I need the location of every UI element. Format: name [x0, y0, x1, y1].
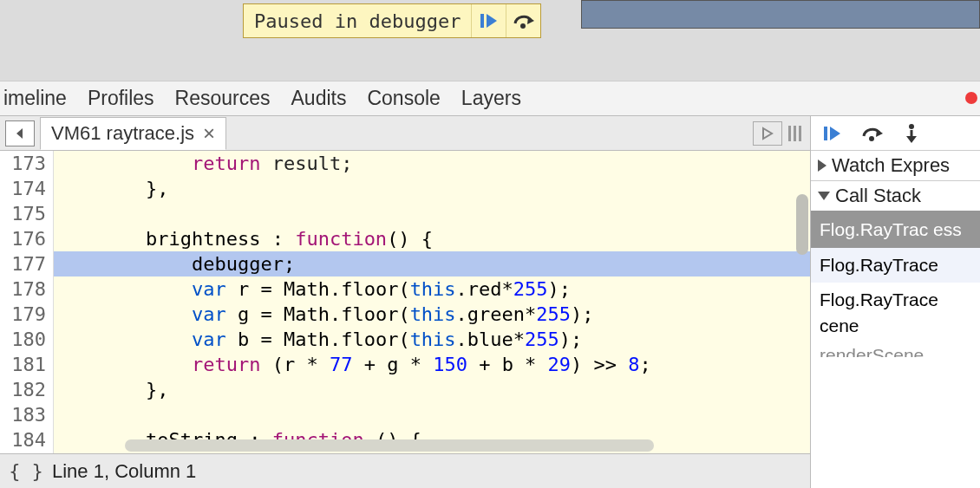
chevron-left-icon	[13, 127, 27, 140]
line-number: 173	[0, 151, 46, 176]
svg-rect-6	[788, 126, 791, 141]
line-number: 182	[0, 377, 46, 402]
tab-layers[interactable]: Layers	[461, 87, 521, 110]
code-line-current: debugger;	[54, 251, 810, 277]
code-line: },	[54, 377, 810, 402]
tab-timeline[interactable]: imeline	[3, 87, 67, 110]
cursor-position: Line 1, Column 1	[52, 460, 196, 483]
step-over-button[interactable]	[506, 4, 540, 37]
line-number: 183	[0, 402, 46, 427]
svg-marker-5	[763, 128, 772, 139]
svg-marker-4	[16, 128, 23, 139]
step-over-icon	[513, 11, 535, 30]
pretty-print-button[interactable]: { }	[0, 460, 52, 482]
svg-rect-7	[794, 126, 796, 141]
step-over-icon[interactable]	[861, 124, 884, 143]
line-number: 177	[0, 251, 46, 277]
tab-audits[interactable]: Audits	[291, 87, 347, 110]
line-number: 174	[0, 176, 46, 201]
svg-point-3	[520, 23, 526, 29]
file-tab-row: VM61 raytrace.js ×	[0, 116, 810, 151]
callstack-label: Call Stack	[835, 185, 921, 207]
stack-frame-text: Flog.RayTrace	[820, 290, 971, 310]
code-line: var b = Math.floor(this.blue*255);	[54, 327, 810, 352]
navigator-toggle[interactable]	[5, 120, 35, 146]
code-line	[54, 402, 810, 427]
callstack-section[interactable]: Call Stack	[811, 181, 980, 211]
svg-marker-10	[830, 127, 840, 140]
watch-section[interactable]: Watch Expres	[811, 151, 980, 181]
error-indicator-icon[interactable]	[965, 92, 977, 104]
browser-viewport-strip: Paused in debugger	[0, 0, 980, 81]
toggle-sidebar-icon[interactable]	[787, 123, 803, 144]
line-gutter: 173 174 175 176 177 178 179 180 181 182 …	[0, 151, 54, 453]
file-tab-label: VM61 raytrace.js	[51, 122, 194, 145]
resume-button[interactable]	[471, 4, 506, 37]
code-line: brightness : function() {	[54, 226, 810, 251]
chevron-down-icon	[818, 192, 830, 200]
svg-marker-1	[487, 14, 497, 28]
devtools-tabs: imeline Profiles Resources Audits Consol…	[0, 81, 980, 115]
line-number: 178	[0, 277, 46, 302]
main-area: VM61 raytrace.js × 173 174	[0, 115, 980, 488]
stack-frame-active[interactable]: Flog.RayTrac ess	[811, 211, 980, 248]
code-content[interactable]: return result; }, brightness : function(…	[54, 151, 810, 453]
horizontal-scrollbar[interactable]	[125, 439, 654, 452]
code-line: var g = Math.floor(this.green*255);	[54, 302, 810, 327]
vertical-scrollbar[interactable]	[796, 194, 808, 255]
stack-frame-text: cene	[820, 310, 971, 336]
svg-rect-0	[480, 14, 484, 28]
resume-icon[interactable]	[823, 125, 842, 142]
tab-resources[interactable]: Resources	[175, 87, 271, 110]
code-line: return (r * 77 + g * 150 + b * 29) >> 8;	[54, 352, 810, 377]
tab-profiles[interactable]: Profiles	[88, 87, 154, 110]
watch-label: Watch Expres	[832, 154, 950, 177]
file-tab-raytrace[interactable]: VM61 raytrace.js ×	[40, 117, 226, 150]
line-number: 184	[0, 427, 46, 452]
svg-marker-11	[876, 129, 883, 137]
svg-marker-2	[527, 16, 534, 24]
stack-frame[interactable]: Flog.RayTrace cene	[811, 283, 980, 343]
resume-icon	[480, 12, 499, 29]
code-line: var r = Math.floor(this.red*255);	[54, 277, 810, 302]
chevron-right-icon	[818, 159, 826, 172]
sources-panel: VM61 raytrace.js × 173 174	[0, 115, 810, 488]
svg-marker-15	[906, 136, 917, 143]
line-number: 179	[0, 302, 46, 327]
paused-in-debugger-bar: Paused in debugger	[243, 3, 541, 38]
step-into-icon[interactable]	[903, 123, 920, 144]
code-line: },	[54, 176, 810, 201]
stack-frame[interactable]: renderScene	[811, 343, 980, 357]
paused-label: Paused in debugger	[244, 4, 471, 37]
tab-console[interactable]: Console	[367, 87, 440, 110]
close-tab-button[interactable]: ×	[203, 121, 215, 146]
code-line	[54, 201, 810, 226]
svg-rect-9	[824, 127, 827, 140]
stack-frame[interactable]: Flog.RayTrace	[811, 248, 980, 283]
play-icon	[761, 127, 774, 140]
svg-point-13	[909, 124, 914, 129]
line-number: 181	[0, 352, 46, 377]
page-background-panel	[581, 0, 980, 29]
svg-rect-8	[799, 126, 801, 141]
line-number: 175	[0, 201, 46, 226]
debugger-sidebar: Watch Expres Call Stack Flog.RayTrac ess…	[810, 115, 980, 488]
run-snippet-button[interactable]	[753, 121, 782, 146]
debugger-controls	[811, 116, 980, 151]
status-bar: { } Line 1, Column 1	[0, 453, 810, 488]
svg-point-12	[869, 136, 874, 141]
code-editor[interactable]: 173 174 175 176 177 178 179 180 181 182 …	[0, 151, 810, 453]
line-number: 176	[0, 226, 46, 251]
code-line: return result;	[54, 151, 810, 176]
line-number: 180	[0, 327, 46, 352]
line-number: 185	[0, 452, 46, 453]
